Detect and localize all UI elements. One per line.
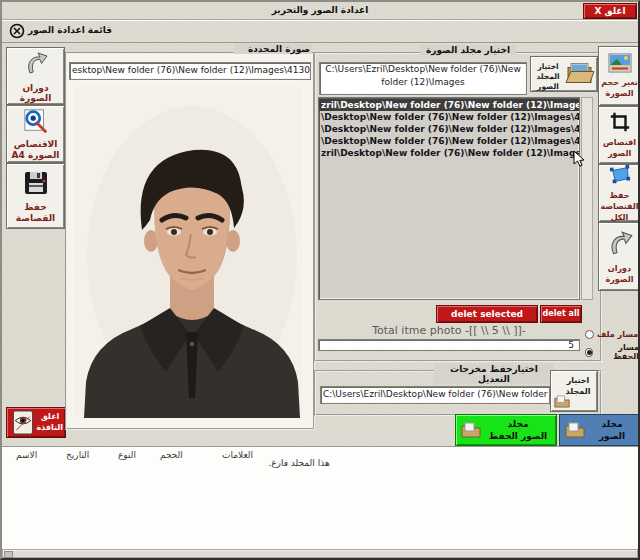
scrollbar-thumb[interactable] bbox=[4, 551, 13, 558]
radio-circle-selected[interactable] bbox=[585, 348, 593, 357]
list-item[interactable]: zril\Desktop\New folder (76)\New folder … bbox=[319, 147, 579, 159]
photo-thumbnail-icon bbox=[608, 53, 632, 77]
folder-select-title: اختيار مجلد الصورة bbox=[420, 45, 516, 55]
horizontal-scrollbar[interactable] bbox=[2, 549, 638, 558]
choose-image-folder-button[interactable]: اختيارالمجلد الصور bbox=[530, 56, 598, 92]
column-header-date[interactable]: التاريخ bbox=[66, 450, 89, 460]
radio-file-path[interactable]: مسار ملف bbox=[585, 328, 639, 340]
choose-image-folder-label: اختيارالمجلد الصور bbox=[533, 62, 563, 92]
list-item[interactable]: \Desktop\New folder (76)\New folder (12)… bbox=[319, 135, 579, 147]
resize-image-button[interactable]: تغير حجم الصورة bbox=[598, 46, 640, 106]
images-folder-label: مجلدالصور bbox=[588, 418, 636, 442]
selection-shape-icon bbox=[607, 164, 633, 190]
folder-icon bbox=[461, 422, 481, 442]
column-header-type[interactable]: النوع bbox=[118, 450, 136, 460]
close-window-button[interactable]: اغلق X bbox=[583, 3, 637, 19]
app-window: اعدادة الصور والتحرير اغلق X قائمة اعداد… bbox=[0, 0, 640, 560]
small-folder-icon bbox=[554, 393, 570, 412]
eye-icon bbox=[12, 410, 34, 439]
saved-images-folder-label: مجلدالصور الحفظ bbox=[484, 418, 552, 442]
list-item[interactable]: \Desktop\New folder (76)\New folder (12)… bbox=[319, 123, 579, 135]
folder-path-box[interactable]: C:\Users\Ezril\Desktop\New folder (76)\N… bbox=[319, 62, 527, 95]
rotate-arrow-icon bbox=[605, 229, 635, 263]
delete-selected-button[interactable]: delet selected bbox=[436, 305, 538, 323]
explorer-pane: الاسم التاريخ النوع الحجم العلامات هذا ا… bbox=[2, 446, 638, 549]
empty-folder-message: هذا المجلد فارغ. bbox=[254, 458, 344, 468]
column-header-tags[interactable]: العلامات bbox=[222, 450, 253, 460]
delete-all-button[interactable]: delet all bbox=[540, 305, 582, 323]
saved-images-folder-button[interactable]: مجلدالصور الحفظ bbox=[455, 414, 557, 446]
list-scrollbar[interactable] bbox=[581, 97, 593, 300]
menu-item-image-setup[interactable]: قائمة اعدادة الصور bbox=[28, 25, 112, 35]
save-all-clippings-button[interactable]: حفظ القتصاصة الكل bbox=[598, 164, 640, 222]
output-folder-title: اختيارحفظ مخرجات التعديل bbox=[434, 364, 554, 384]
close-window-red-label: اغلقالنافذة bbox=[37, 411, 63, 433]
rotate-images-button[interactable]: دوران الصورة bbox=[598, 222, 640, 291]
rotate-arrow-icon bbox=[22, 50, 50, 82]
portrait-photo bbox=[74, 86, 302, 418]
crop-image-a4-button[interactable]: الاقتصاص الصورة A4 bbox=[6, 105, 65, 163]
choose-output-folder-button[interactable]: اختيارالمجلد bbox=[550, 370, 598, 412]
output-path-field[interactable]: C:\Users\Ezril\Desktop\New folder (76)\N… bbox=[320, 386, 550, 404]
radio-save-path[interactable]: مسار الحفظ bbox=[585, 346, 639, 358]
column-header-name[interactable]: الاسم bbox=[16, 450, 37, 460]
crop-tool-icon bbox=[609, 111, 631, 137]
floppy-disk-icon bbox=[22, 169, 50, 201]
folder-icon bbox=[565, 422, 585, 442]
column-header-size[interactable]: الحجم bbox=[160, 450, 183, 460]
images-folder-button[interactable]: مجلدالصور bbox=[559, 414, 640, 446]
rotate-image-button[interactable]: دوران الصورة bbox=[6, 47, 65, 105]
selected-image-path-field[interactable]: esktop\New folder (76)\New folder (12)\I… bbox=[69, 62, 311, 80]
image-file-list[interactable]: zril\Desktop\New folder (76)\New folder … bbox=[318, 97, 580, 300]
menu-bar: قائمة اعدادة الصور bbox=[2, 20, 638, 43]
save-clipping-button[interactable]: حفظ القصاصة bbox=[6, 163, 65, 229]
list-item[interactable]: zril\Desktop\New folder (76)\New folder … bbox=[319, 99, 579, 111]
crop-images-button[interactable]: اقتصاص الصور bbox=[598, 106, 640, 164]
window-title: اعدادة الصور والتحرير bbox=[2, 5, 638, 15]
open-folder-icon bbox=[565, 61, 595, 90]
title-bar: اعدادة الصور والتحرير اغلق X bbox=[2, 2, 638, 20]
mouse-cursor bbox=[573, 150, 585, 172]
total-photos-label: Total itme photo -[[ \\ 5 \\ ]]- bbox=[318, 324, 580, 337]
close-window-red-button[interactable]: اغلقالنافذة bbox=[6, 407, 66, 438]
radio-circle-unselected[interactable] bbox=[585, 330, 594, 339]
menu-circled-x-icon bbox=[9, 23, 25, 43]
selected-image-label: صورة المحددة bbox=[234, 44, 312, 54]
photo-count-field: 5 bbox=[318, 339, 580, 351]
list-item[interactable]: \Desktop\New folder (76)\New folder (12)… bbox=[319, 111, 579, 123]
eye-pen-icon bbox=[23, 108, 49, 138]
